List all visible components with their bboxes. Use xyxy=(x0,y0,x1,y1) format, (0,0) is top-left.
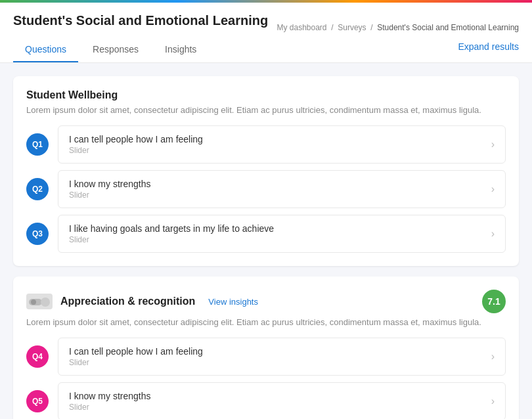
question-type-q4: Slider xyxy=(69,358,203,367)
page-header: Student's Social and Emotional Learning … xyxy=(0,3,532,63)
main-content: Student Wellbeing Lorem ipsum dolor sit … xyxy=(0,63,532,419)
chevron-right-icon: › xyxy=(491,183,495,195)
question-row: Q3 I like having goals and targets in my… xyxy=(26,215,506,253)
section-appreciation-recognition: Appreciation & recognition View insights… xyxy=(13,276,519,419)
tab-insights[interactable]: Insights xyxy=(153,37,208,62)
question-card-q2[interactable]: I know my strengths Slider › xyxy=(58,170,506,208)
question-type-q5: Slider xyxy=(69,403,151,412)
tab-responses[interactable]: Responses xyxy=(81,37,150,62)
svg-point-1 xyxy=(41,298,50,307)
chevron-right-icon: › xyxy=(491,228,495,240)
question-card-q1[interactable]: I can tell people how I am feeling Slide… xyxy=(58,125,506,164)
question-card-q5[interactable]: I know my strengths Slider › xyxy=(58,382,506,419)
appreciation-icon xyxy=(26,294,53,309)
question-list-appreciation: Q4 I can tell people how I am feeling Sl… xyxy=(26,338,506,419)
section-title-appreciation: Appreciation & recognition xyxy=(60,296,195,307)
svg-point-2 xyxy=(31,299,36,305)
question-type-q1: Slider xyxy=(69,146,203,155)
expand-results-button[interactable]: Expand results xyxy=(458,41,519,58)
question-list-wellbeing: Q1 I can tell people how I am feeling Sl… xyxy=(26,125,506,253)
view-insights-link[interactable]: View insights xyxy=(208,297,258,307)
chevron-right-icon: › xyxy=(491,395,495,407)
question-card-q4[interactable]: I can tell people how I am feeling Slide… xyxy=(58,338,506,376)
question-row: Q2 I know my strengths Slider › xyxy=(26,170,506,208)
q-badge-q1: Q1 xyxy=(26,133,49,156)
section-student-wellbeing: Student Wellbeing Lorem ipsum dolor sit … xyxy=(13,76,519,266)
question-row: Q4 I can tell people how I am feeling Sl… xyxy=(26,338,506,376)
q-badge-q5: Q5 xyxy=(26,390,49,412)
breadcrumb-dashboard[interactable]: My dashboard xyxy=(277,23,326,32)
breadcrumb-current: Student's Social and Emotional Learning xyxy=(377,23,519,32)
page-title: Student's Social and Emotional Learning xyxy=(13,13,268,28)
question-type-q3: Slider xyxy=(69,235,274,244)
question-row: Q1 I can tell people how I am feeling Sl… xyxy=(26,125,506,164)
q-badge-q2: Q2 xyxy=(26,178,49,200)
chevron-right-icon: › xyxy=(491,351,495,363)
breadcrumb-surveys[interactable]: Surveys xyxy=(338,23,366,32)
question-text-q1: I can tell people how I am feeling xyxy=(69,134,203,144)
question-text-q5: I know my strengths xyxy=(69,391,151,401)
question-type-q2: Slider xyxy=(69,190,151,200)
section-header-appreciation: Appreciation & recognition View insights… xyxy=(26,290,506,313)
section-icon-appreciation xyxy=(26,292,53,311)
tab-questions[interactable]: Questions xyxy=(13,37,78,62)
question-text-q3: I like having goals and targets in my li… xyxy=(69,223,274,234)
question-row: Q5 I know my strengths Slider › xyxy=(26,382,506,419)
breadcrumb: My dashboard / Surveys / Student's Socia… xyxy=(277,23,519,32)
score-badge-appreciation: 7.1 xyxy=(482,290,506,313)
q-badge-q4: Q4 xyxy=(26,345,49,368)
question-text-q4: I can tell people how I am feeling xyxy=(69,346,203,357)
q-badge-q3: Q3 xyxy=(26,223,49,245)
section-title-wellbeing: Student Wellbeing xyxy=(26,89,118,101)
question-text-q2: I know my strengths xyxy=(69,179,151,189)
tab-bar: Questions Responses Insights Expand resu… xyxy=(13,37,519,62)
section-desc-wellbeing: Lorem ipsum dolor sit amet, consectetur … xyxy=(26,105,506,115)
question-card-q3[interactable]: I like having goals and targets in my li… xyxy=(58,215,506,253)
section-header-wellbeing: Student Wellbeing xyxy=(26,89,506,101)
section-desc-appreciation: Lorem ipsum dolor sit amet, consectetur … xyxy=(26,317,506,327)
chevron-right-icon: › xyxy=(491,139,495,150)
